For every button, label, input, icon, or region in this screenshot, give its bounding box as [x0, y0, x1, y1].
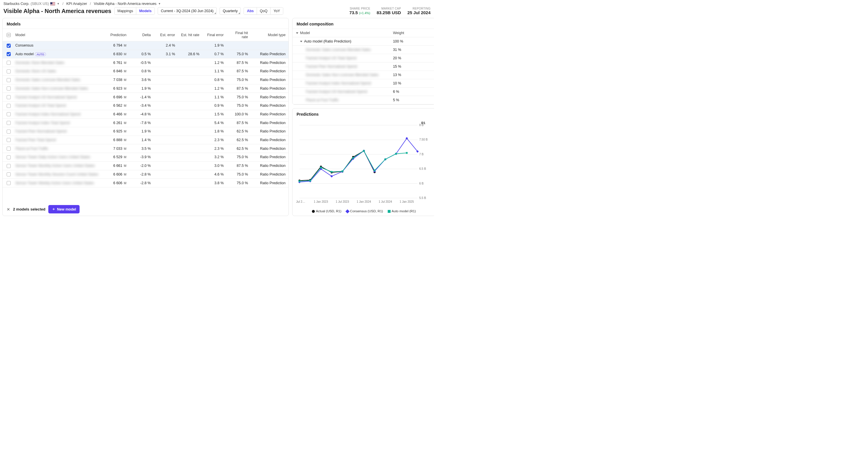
- tab-yoy[interactable]: YoY: [271, 7, 283, 14]
- caret-down-icon: [296, 32, 298, 34]
- comp-row-root[interactable]: Auto model (Ratio Prediction) 100 %: [292, 37, 434, 46]
- table-row[interactable]: Sensor Tower Daily Active Users United S…: [3, 153, 288, 162]
- cell-est-error: [154, 58, 178, 67]
- cell-final-hit: 87.5 %: [226, 58, 251, 67]
- table-row[interactable]: Consensus6 794 M2.4 %1.9 %: [3, 41, 288, 50]
- table-row[interactable]: Placer.ai Foot Traffic7 033 M3.5 %2.3 %6…: [3, 144, 288, 153]
- cell-final-error: 0.7 %: [202, 50, 226, 58]
- cell-prediction: 6 794 M: [105, 41, 129, 50]
- comp-row[interactable]: Domestic Sales Licensee Blended Sales 31…: [292, 46, 434, 54]
- row-checkbox[interactable]: [7, 121, 11, 125]
- comp-row[interactable]: Domestic Sales Non-Licensee Blended Sale…: [292, 71, 434, 79]
- row-checkbox[interactable]: [7, 181, 11, 185]
- cell-final-hit: 75.0 %: [226, 170, 251, 179]
- table-row[interactable]: Domestic Sales Non-Licensee Blended Sale…: [3, 84, 288, 93]
- col-delta[interactable]: Delta: [129, 29, 154, 41]
- col-model-type[interactable]: Model type: [251, 29, 288, 41]
- cell-est-error: [154, 110, 178, 119]
- table-row[interactable]: Factset Analyst Index Total Spend6 261 M…: [3, 119, 288, 127]
- cell-est-hit: [178, 110, 202, 119]
- row-checkbox[interactable]: [7, 172, 11, 176]
- row-checkbox[interactable]: [7, 155, 11, 159]
- row-checkbox[interactable]: [7, 146, 11, 151]
- cell-prediction: 6 261 M: [105, 119, 129, 127]
- svg-rect-45: [363, 150, 365, 152]
- cell-final-hit: 75.0 %: [226, 101, 251, 110]
- tab-qoq[interactable]: QoQ: [257, 7, 271, 14]
- row-checkbox[interactable]: [7, 138, 11, 142]
- table-row[interactable]: Factset Peer Normalized Spend6 925 M1.9 …: [3, 127, 288, 136]
- table-row[interactable]: Factset Analyst US Normalized Spend6 696…: [3, 93, 288, 101]
- col-prediction[interactable]: Prediction: [105, 29, 129, 41]
- row-checkbox[interactable]: [7, 61, 11, 65]
- table-row[interactable]: Factset Analyst Index Normalized Spend6 …: [3, 110, 288, 119]
- crumb-metric[interactable]: Visible Alpha - North America revenues ▼: [94, 2, 161, 6]
- cell-est-error: [154, 161, 178, 170]
- table-row[interactable]: Sensor Tower Weekly Active Users United …: [3, 179, 288, 188]
- comp-col-weight[interactable]: Weight: [390, 29, 409, 37]
- col-est-error[interactable]: Est. error: [154, 29, 178, 41]
- table-row[interactable]: Domestic Sales Licensee Blended Sales7 0…: [3, 75, 288, 84]
- crumb-section[interactable]: KPI Analyzer: [66, 2, 87, 6]
- comp-row[interactable]: Factset Peer Normalized Spend 15 %: [292, 63, 434, 71]
- table-row[interactable]: Sensor Tower Monthly Session Count Unite…: [3, 170, 288, 179]
- col-final-hit[interactable]: Final hit rate: [226, 29, 251, 41]
- col-est-hit[interactable]: Est. hit rate: [178, 29, 202, 41]
- row-checkbox[interactable]: [7, 44, 11, 48]
- model-name-blurred: Domestic Sales Non-Licensee Blended Sale…: [16, 87, 88, 91]
- cell-est-error: [154, 84, 178, 93]
- cell-model-type: Ratio Prediction: [251, 136, 288, 144]
- svg-rect-47: [384, 159, 386, 160]
- comp-row[interactable]: Factset Analyst US Normalized Spend 6 %: [292, 88, 434, 96]
- row-checkbox[interactable]: [7, 87, 11, 91]
- crumb-company[interactable]: Starbucks Corp. (SBUX US) ▼: [3, 2, 60, 6]
- row-checkbox[interactable]: [7, 78, 11, 82]
- model-name-blurred: Factset Analyst US Total Spend: [16, 103, 66, 107]
- row-checkbox[interactable]: [7, 69, 11, 73]
- legend-item[interactable]: Consensus (USD, R1): [346, 209, 383, 213]
- col-final-error[interactable]: Final error: [202, 29, 226, 41]
- checkbox-indeterminate-icon[interactable]: [7, 33, 11, 37]
- table-row[interactable]: Sensor Tower Monthly Active Users United…: [3, 161, 288, 170]
- predictions-line-chart: 5.5 B6 B6.5 B7 B7.50 B8 BR11 Jul 2…1 Jan…: [296, 120, 432, 207]
- cell-delta: -3.4 %: [129, 101, 154, 110]
- row-checkbox[interactable]: [7, 52, 11, 56]
- table-row[interactable]: Domestic Store US Sales6 846 M0.8 %1.1 %…: [3, 67, 288, 76]
- table-row[interactable]: Factset Peer Total Spend6 888 M1.4 %2.3 …: [3, 136, 288, 144]
- col-model[interactable]: Model: [12, 29, 105, 41]
- row-checkbox[interactable]: [7, 164, 11, 168]
- tab-abs[interactable]: Abs: [244, 7, 257, 14]
- new-model-button[interactable]: ＋ New model: [48, 205, 80, 213]
- close-icon[interactable]: ✕: [7, 207, 10, 212]
- comp-col-model[interactable]: Model: [292, 29, 390, 37]
- table-row[interactable]: Factset Analyst US Total Spend6 562 M-3.…: [3, 101, 288, 110]
- tab-mappings[interactable]: Mappings: [115, 7, 136, 14]
- cell-model-type: Ratio Prediction: [251, 50, 288, 58]
- legend-item[interactable]: Auto model (R1): [388, 209, 416, 213]
- cell-est-error: [154, 75, 178, 84]
- row-checkbox[interactable]: [7, 130, 11, 134]
- table-row[interactable]: Domestic Store Blended Sales6 761 M-0.5 …: [3, 58, 288, 67]
- comp-row[interactable]: Factset Analyst Index Normalized Spend 1…: [292, 79, 434, 88]
- row-checkbox[interactable]: [7, 104, 11, 108]
- period-label: Current - 3Q-2024 (30 Jun 2024): [161, 9, 214, 13]
- legend-item[interactable]: Actual (USD, R1): [312, 209, 341, 213]
- tab-models[interactable]: Models: [136, 7, 155, 14]
- panel-title-composition: Model composition: [292, 18, 434, 29]
- cell-delta: 0.5 %: [129, 50, 154, 58]
- svg-rect-43: [341, 170, 343, 172]
- row-checkbox[interactable]: [7, 95, 11, 99]
- comp-weight: 13 %: [390, 71, 409, 79]
- frequency-selector[interactable]: Quarterly: [220, 7, 241, 15]
- chevron-down-icon: ▼: [57, 2, 60, 5]
- row-checkbox[interactable]: [7, 112, 11, 116]
- table-row[interactable]: Auto modelAUTO6 830 M0.5 %3.1 %28.6 %0.7…: [3, 50, 288, 58]
- comp-row[interactable]: Factset Analyst US Total Spend 20 %: [292, 54, 434, 63]
- comp-row[interactable]: Placer.ai Foot Traffic 5 %: [292, 96, 434, 104]
- cell-final-hit: 87.5 %: [226, 161, 251, 170]
- comp-weight: 15 %: [390, 63, 409, 71]
- composition-table: Model Weight Auto model (Ratio Predictio…: [292, 29, 434, 104]
- header-checkbox-cell[interactable]: [3, 29, 12, 41]
- period-selector[interactable]: Current - 3Q-2024 (30 Jun 2024): [158, 7, 217, 15]
- svg-text:1 Jan 2025: 1 Jan 2025: [400, 200, 414, 203]
